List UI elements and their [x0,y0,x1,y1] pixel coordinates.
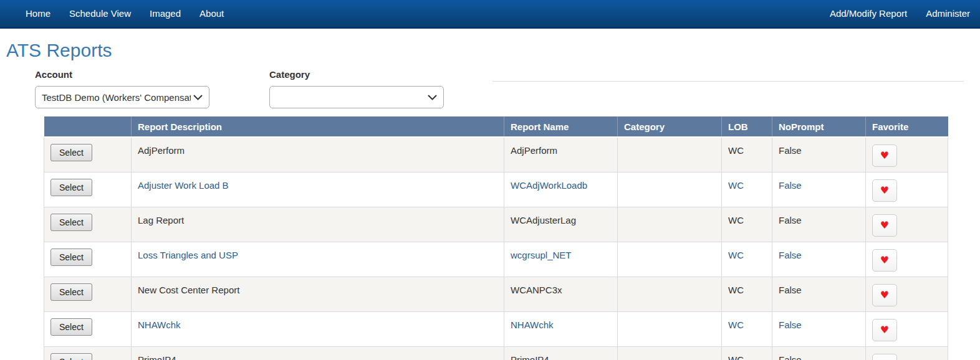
favorite-button[interactable]: ♥ [872,144,897,167]
report-description-cell: Loss Triangles and USP [132,242,504,277]
table-row: SelectAdjuster Work Load BWCAdjWorkLoadb… [44,172,948,207]
lob-cell: WC [722,346,772,360]
nav-item-administer[interactable]: Administer [916,8,979,19]
noprompt-cell: False [772,242,866,277]
select-button[interactable]: Select [50,318,92,336]
heart-icon: ♥ [880,220,889,230]
page-title: ATS Reports [6,39,112,62]
column-header-select [44,116,132,137]
noprompt-cell-text[interactable]: False [779,180,802,191]
noprompt-cell: False [772,311,866,346]
table-row: SelectLag ReportWCAdjusterLagWCFalse♥ [44,207,948,242]
lob-cell: WC [722,137,772,172]
report-description-cell-text: New Cost Center Report [138,285,239,295]
lob-cell-text[interactable]: WC [728,180,744,191]
reports-table: Report DescriptionReport NameCategoryLOB… [44,116,948,360]
noprompt-cell-text: False [779,145,802,156]
select-button[interactable]: Select [50,179,92,196]
nav-item-about[interactable]: About [190,8,233,19]
noprompt-cell: False [772,207,866,242]
report-description-cell: Lag Report [132,207,504,242]
lob-cell: WC [722,207,772,242]
report-name-cell: NHAWchk [504,311,618,346]
favorite-cell: ♥ [866,137,948,172]
table-row: SelectLoss Triangles and USPwcgrsupl_NET… [44,242,948,277]
report-name-cell-text: PrimeIP4 [511,354,549,360]
favorite-button[interactable]: ♥ [872,179,897,202]
select-button[interactable]: Select [50,283,92,301]
select-button[interactable]: Select [50,214,92,231]
nav-item-imaged[interactable]: Imaged [140,8,190,19]
category-select-value [276,97,425,98]
report-name-cell-text[interactable]: WCAdjWorkLoadb [511,180,587,191]
noprompt-cell: False [772,172,866,207]
favorite-button[interactable]: ♥ [872,249,897,272]
account-label: Account [35,69,209,80]
report-name-cell: AdjPerform [504,137,618,172]
noprompt-cell-text: False [779,215,802,225]
favorite-cell: ♥ [866,207,948,242]
favorite-cell: ♥ [866,242,948,277]
favorite-button[interactable]: ♥ [872,354,897,360]
category-cell [618,277,722,311]
noprompt-cell: False [772,137,866,172]
noprompt-cell: False [772,277,866,311]
table-row: SelectAdjPerformAdjPerformWCFalse♥ [44,137,948,172]
column-header-lob: LOB [722,116,772,137]
top-navbar: HomeSchedule ViewImagedAbout Add/Modify … [0,0,980,29]
column-header-noprompt: NoPrompt [772,116,866,137]
favorite-cell: ♥ [866,277,948,311]
report-name-cell-text[interactable]: wcgrsupl_NET [511,250,572,260]
nav-item-add-modify-report[interactable]: Add/Modify Report [820,8,916,19]
account-filter-group: Account TestDB Demo (Workers' Compensati… [35,69,209,108]
select-cell: Select [44,311,132,346]
noprompt-cell-text: False [779,354,802,360]
category-label: Category [269,69,444,80]
report-name-cell: wcgrsupl_NET [504,242,618,277]
chevron-down-icon [428,95,437,100]
nav-item-home[interactable]: Home [16,8,60,19]
favorite-cell: ♥ [866,172,948,207]
category-cell [618,172,722,207]
heart-icon: ♥ [880,151,889,161]
favorite-button[interactable]: ♥ [872,284,897,306]
category-select[interactable] [269,86,444,108]
select-cell: Select [44,242,132,277]
report-description-cell: AdjPerform [132,137,504,172]
report-description-cell-text[interactable]: NHAWchk [138,320,181,330]
select-button[interactable]: Select [50,144,92,161]
nav-item-schedule-view[interactable]: Schedule View [60,8,140,19]
select-button[interactable]: Select [50,353,92,360]
heart-icon: ♥ [880,255,889,265]
navbar-left: HomeSchedule ViewImagedAbout [16,0,233,27]
report-name-cell: WCAdjWorkLoadb [504,172,618,207]
report-description-cell-text[interactable]: Loss Triangles and USP [138,250,238,260]
noprompt-cell-text[interactable]: False [779,320,802,330]
lob-cell-text[interactable]: WC [728,320,744,330]
heart-icon: ♥ [880,186,889,196]
favorite-button[interactable]: ♥ [872,319,897,341]
report-description-cell: Adjuster Work Load B [132,172,504,207]
column-header-report-description: Report Description [132,116,504,137]
report-name-cell: PrimeIP4 [504,346,618,360]
account-select[interactable]: TestDB Demo (Workers' Compensatio [35,86,209,108]
report-description-cell-text[interactable]: Adjuster Work Load B [138,180,229,191]
heart-icon: ♥ [880,290,889,300]
category-cell [618,242,722,277]
table-header-row: Report DescriptionReport NameCategoryLOB… [44,116,948,137]
noprompt-cell-text[interactable]: False [779,250,802,260]
column-header-report-name: Report Name [504,116,618,137]
column-header-favorite: Favorite [866,116,948,137]
report-name-cell-text[interactable]: NHAWchk [511,320,554,330]
heart-icon: ♥ [880,325,889,335]
lob-cell-text: WC [728,145,744,156]
report-description-cell: PrimeIP4 [132,346,504,360]
select-cell: Select [44,346,132,360]
lob-cell-text: WC [728,215,744,225]
favorite-cell: ♥ [866,346,948,360]
favorite-button[interactable]: ♥ [872,214,897,237]
lob-cell-text[interactable]: WC [728,250,744,260]
lob-cell: WC [722,172,772,207]
noprompt-cell: False [772,346,866,360]
select-button[interactable]: Select [50,249,92,266]
